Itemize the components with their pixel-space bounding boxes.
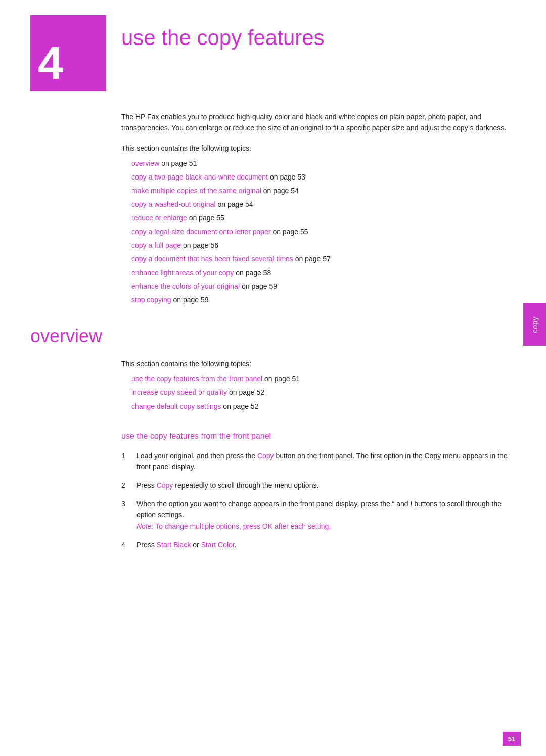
subsection-heading: use the copy features from the front pan… [121,432,516,441]
list-item: 2 Press Copy repeatedly to scroll throug… [121,480,516,491]
content-area: The HP Fax enables you to produce high-q… [0,111,546,305]
list-item: change default copy settings on page 52 [131,401,516,412]
list-item: copy a document that has been faxed seve… [131,254,516,264]
page-number-area: 51 [503,732,521,746]
overview-toc-label: This section contains the following topi… [121,360,516,368]
toc-link-stop[interactable]: stop copying [131,296,171,304]
list-item: 4 Press Start Black or Start Color. [121,539,516,550]
overview-toc-link-speed[interactable]: increase copy speed or quality [131,388,227,396]
step-content: Press Start Black or Start Color. [136,539,516,550]
page-wrapper: 4 use the copy features The HP Fax enabl… [0,0,546,756]
list-item: 3 When the option you want to change app… [121,498,516,532]
sidebar-tab-text: copy [531,316,539,333]
toc-link-overview[interactable]: overview [131,159,159,167]
note-text: Note: To change multiple options, press … [136,522,331,530]
list-item: overview on page 51 [131,158,516,169]
toc-link-legal[interactable]: copy a legal-size document onto letter p… [131,228,271,236]
overview-heading: overview [30,326,516,347]
start-color-link[interactable]: Start Color [201,541,235,549]
chapter-number-box: 4 [30,15,106,91]
step-number: 2 [121,480,136,491]
chapter-number: 4 [38,40,63,86]
toc-link-enhance-light[interactable]: enhance light areas of your copy [131,269,234,277]
page-number: 51 [503,732,521,746]
list-item: reduce or enlarge on page 55 [131,213,516,224]
list-item: copy a legal-size document onto letter p… [131,227,516,237]
step-number: 4 [121,539,136,550]
overview-toc-link-front-panel[interactable]: use the copy features from the front pan… [131,375,262,383]
toc-list: overview on page 51 copy a two-page blac… [121,158,516,305]
toc-link-multiple[interactable]: make multiple copies of the same origina… [131,187,261,195]
list-item: enhance light areas of your copy on page… [131,268,516,278]
list-item: enhance the colors of your original on p… [131,281,516,292]
steps-list: 1 Load your original, and then press the… [121,450,516,551]
sidebar-tab: copy [523,303,546,346]
list-item: copy a two-page black-and-white document… [131,172,516,183]
toc-intro-label: This section contains the following topi… [121,144,516,152]
step-content: When the option you want to change appea… [136,498,516,532]
step-content: Press Copy repeatedly to scroll through … [136,480,516,491]
toc-link-full-page[interactable]: copy a full page [131,241,181,249]
list-item: copy a washed-out original on page 54 [131,199,516,210]
list-item: stop copying on page 59 [131,295,516,305]
toc-link-washed-out[interactable]: copy a washed-out original [131,200,216,208]
chapter-title: use the copy features [121,15,325,51]
copy-link-step2[interactable]: Copy [157,481,173,490]
list-item: use the copy features from the front pan… [131,374,516,384]
toc-link-faxed[interactable]: copy a document that has been faxed seve… [131,255,293,263]
toc-link-two-page[interactable]: copy a two-page black-and-white document [131,173,268,181]
chapter-header: 4 use the copy features [0,0,546,91]
step-content: Load your original, and then press the C… [136,450,516,473]
list-item: increase copy speed or quality on page 5… [131,387,516,398]
toc-link-reduce-enlarge[interactable]: reduce or enlarge [131,214,187,222]
note-label: Note: [136,522,153,530]
overview-section: overview [0,326,546,347]
toc-link-enhance-colors[interactable]: enhance the colors of your original [131,282,240,290]
list-item: 1 Load your original, and then press the… [121,450,516,473]
start-black-link[interactable]: Start Black [157,541,191,549]
overview-toc-list: use the copy features from the front pan… [121,374,516,412]
list-item: make multiple copies of the same origina… [131,186,516,196]
overview-body: This section contains the following topi… [0,360,546,551]
list-item: copy a full page on page 56 [131,240,516,251]
step-number: 3 [121,498,136,509]
overview-toc-link-default[interactable]: change default copy settings [131,402,221,410]
copy-link-step1[interactable]: Copy [257,452,274,460]
intro-text: The HP Fax enables you to produce high-q… [121,111,516,134]
step-number: 1 [121,450,136,461]
